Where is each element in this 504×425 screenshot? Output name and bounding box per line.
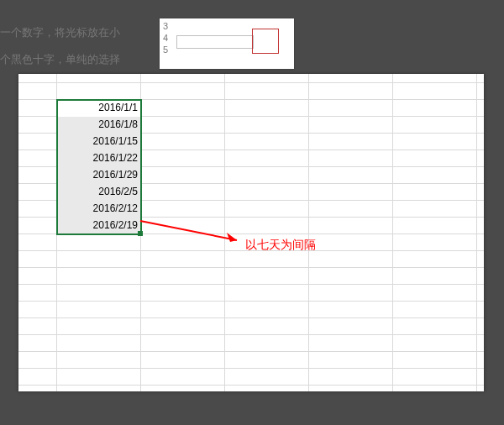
background-text-line-2: 个黑色十字，单纯的选择: [0, 52, 120, 67]
mini-red-highlight: [252, 29, 279, 54]
cell-a3[interactable]: 2016/1/15: [57, 134, 141, 150]
mini-rownumbers: 3 4 5: [163, 20, 168, 55]
background-text-line-1: 一个数字，将光标放在小: [0, 25, 120, 40]
mini-preview-sheet: 3 4 5: [160, 18, 294, 69]
cell-a8[interactable]: 2016/2/19: [57, 218, 141, 234]
cell-a1[interactable]: 2016/1/1: [57, 100, 141, 117]
mini-cell-outline: [176, 35, 254, 49]
page-root: 一个数字，将光标放在小 个黑色十字，单纯的选择 3 4 5 2016/1/1 2…: [0, 0, 504, 425]
cell-a5[interactable]: 2016/1/29: [57, 167, 141, 184]
spreadsheet-panel: 2016/1/1 2016/1/8 2016/1/15 2016/1/22 20…: [18, 74, 484, 391]
annotation-text: 以七天为间隔: [245, 238, 316, 253]
cell-a4[interactable]: 2016/1/22: [57, 150, 141, 167]
cell-a7[interactable]: 2016/2/12: [57, 201, 141, 218]
cell-a6[interactable]: 2016/2/5: [57, 184, 141, 201]
cell-a2[interactable]: 2016/1/8: [57, 117, 141, 134]
